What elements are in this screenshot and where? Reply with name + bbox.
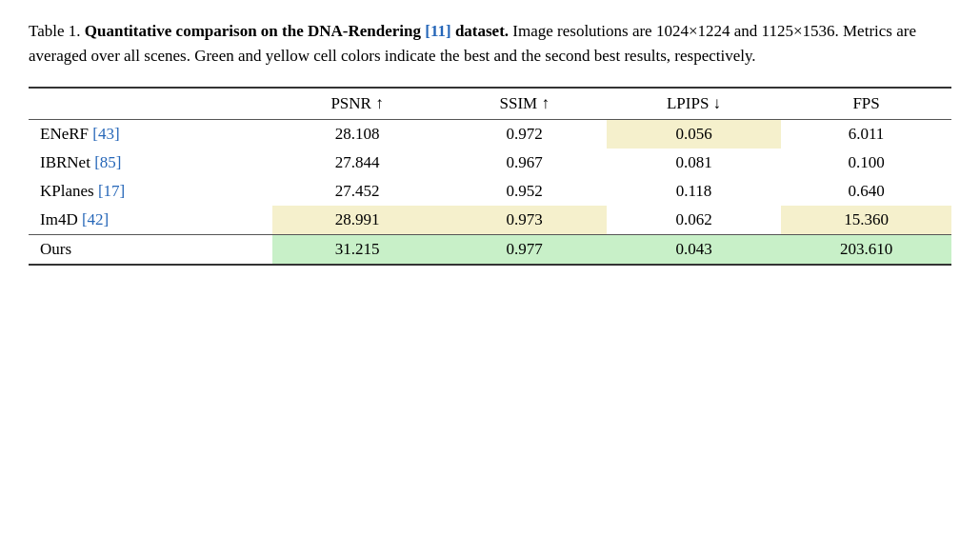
cell-psnr: 28.108 [272, 119, 443, 149]
comparison-table: PSNR ↑ SSIM ↑ LPIPS ↓ FPS ENeRF [43]28.1… [29, 87, 951, 266]
table-header-row: PSNR ↑ SSIM ↑ LPIPS ↓ FPS [29, 88, 951, 120]
cell-fps: 0.640 [781, 177, 951, 206]
ref-link: [43] [92, 125, 119, 143]
table-body: ENeRF [43]28.1080.9720.0566.011IBRNet [8… [29, 119, 951, 265]
cell-ours-method: Ours [29, 234, 272, 265]
caption-bold2: dataset. [451, 22, 509, 40]
ref-link: [17] [98, 182, 125, 200]
cell-psnr: 27.844 [272, 149, 443, 177]
ref-link: [85] [94, 153, 121, 171]
cell-lpips: 0.062 [607, 206, 781, 235]
cell-ssim: 0.967 [442, 149, 606, 177]
cell-ssim: 0.973 [442, 206, 606, 235]
table-row: IBRNet [85]27.8440.9670.0810.100 [29, 149, 951, 177]
col-header-psnr: PSNR ↑ [272, 88, 443, 120]
table-wrapper: PSNR ↑ SSIM ↑ LPIPS ↓ FPS ENeRF [43]28.1… [29, 87, 951, 266]
cell-lpips: 0.081 [607, 149, 781, 177]
cell-method: KPlanes [17] [29, 177, 272, 206]
cell-psnr: 28.991 [272, 206, 443, 235]
caption: Table 1. Quantitative comparison on the … [29, 19, 951, 69]
table-row: ENeRF [43]28.1080.9720.0566.011 [29, 119, 951, 149]
col-header-ssim: SSIM ↑ [442, 88, 606, 120]
col-header-method [29, 88, 272, 120]
cell-fps: 15.360 [781, 206, 951, 235]
cell-ours-psnr: 31.215 [272, 234, 443, 265]
table-row-ours: Ours31.2150.9770.043203.610 [29, 234, 951, 265]
table-row: KPlanes [17]27.4520.9520.1180.640 [29, 177, 951, 206]
cell-psnr: 27.452 [272, 177, 443, 206]
cell-ours-lpips: 0.043 [607, 234, 781, 265]
cell-lpips: 0.056 [607, 119, 781, 149]
cell-ssim: 0.972 [442, 119, 606, 149]
cell-ours-fps: 203.610 [781, 234, 951, 265]
col-header-fps: FPS [781, 88, 951, 120]
caption-bold: Quantitative comparison on the DNA-Rende… [85, 22, 421, 40]
cell-lpips: 0.118 [607, 177, 781, 206]
caption-prefix: Table 1. [29, 22, 85, 40]
cell-method: Im4D [42] [29, 206, 272, 235]
cell-method: ENeRF [43] [29, 119, 272, 149]
table-row: Im4D [42]28.9910.9730.06215.360 [29, 206, 951, 235]
cell-ours-ssim: 0.977 [442, 234, 606, 265]
col-header-lpips: LPIPS ↓ [607, 88, 781, 120]
ref-link: [42] [82, 210, 109, 228]
cell-fps: 0.100 [781, 149, 951, 177]
cell-method: IBRNet [85] [29, 149, 272, 177]
cell-ssim: 0.952 [442, 177, 606, 206]
cell-fps: 6.011 [781, 119, 951, 149]
caption-ref11: [11] [425, 22, 450, 40]
